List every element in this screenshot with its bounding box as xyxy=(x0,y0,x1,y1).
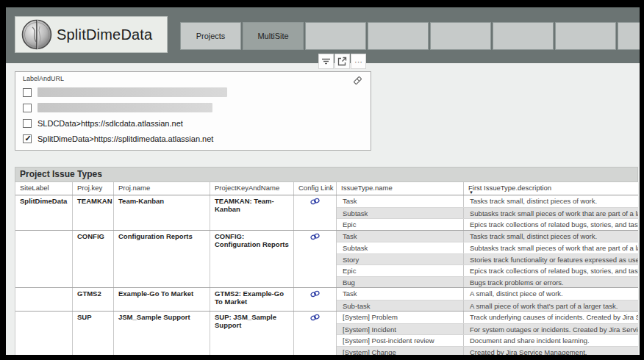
issuetype-description: Created by Jira Service Management. xyxy=(464,347,638,356)
column-header-description-label: First IssueType.description xyxy=(468,184,551,192)
checkbox-checked[interactable] xyxy=(23,134,32,143)
app-logo: SplitDimeData xyxy=(15,16,168,53)
table-row: Epic Epics track collections of related … xyxy=(337,218,638,230)
issue-rows: Task A small, distinct piece of work. Su… xyxy=(337,288,638,311)
more-options-button[interactable]: ··· xyxy=(351,54,366,69)
issuetype-description: Tasks track small, distinct pieces of wo… xyxy=(464,195,638,207)
issuetype-description: Document and share incident learning. xyxy=(464,335,638,346)
tab-empty-5[interactable] xyxy=(555,22,616,50)
nav-tabs: Projects MultiSite xyxy=(180,22,640,50)
column-header-sitelabel[interactable]: SiteLabel xyxy=(15,182,73,195)
sort-descending-icon: ▼ xyxy=(469,190,473,195)
table-header-row: SiteLabel Proj.key Proj.name ProjectKeyA… xyxy=(15,182,638,195)
issuetype-description: Tasks track small, distinct pieces of wo… xyxy=(464,231,638,242)
visual-toolbar: ··· xyxy=(318,54,366,69)
column-header-projname[interactable]: Proj.name xyxy=(114,182,210,195)
report-canvas: SplitDimeData Projects MultiSite xyxy=(6,7,640,355)
slicer-item-list: SLDCData>https://sdlcdata.atlassian.net … xyxy=(15,84,371,146)
slicer-item-sldcdata[interactable]: SLDCData>https://sdlcdata.atlassian.net xyxy=(15,115,371,131)
popout-icon xyxy=(337,57,347,66)
app-title: SplitDimeData xyxy=(57,26,152,43)
site-label-cell xyxy=(15,231,73,288)
config-link-cell xyxy=(294,312,337,355)
table-row: Task Tasks track small, distinct pieces … xyxy=(337,195,638,207)
issuetype-name: Task xyxy=(337,231,464,242)
project-group-gtms2: GTMS2 Example-Go To Market GTMS2: Exampl… xyxy=(15,287,638,311)
issuetype-name: Story xyxy=(337,254,464,265)
project-group-teamkan: SplitDimeData TEAMKAN Team-Kanban TEAMKA… xyxy=(15,195,638,230)
split-dime-coin-icon xyxy=(21,19,52,50)
config-link-icon[interactable] xyxy=(310,233,320,240)
slicer-labelandurl: LabelAndURL SLDCData>https:// xyxy=(15,71,371,151)
proj-key-cell: TEAMKAN xyxy=(73,195,114,230)
more-options-icon: ··· xyxy=(354,57,362,66)
project-group-config: CONFIG Configuration Reports CONFIG: Con… xyxy=(15,230,638,288)
issuetype-name: [System] Post-incident review xyxy=(337,335,464,346)
table-row: Story Stories track functionality or fea… xyxy=(337,253,638,265)
slicer-item-label: SplitDimeData>https://splitdimedata.atla… xyxy=(37,134,213,143)
column-header-projkey[interactable]: Proj.key xyxy=(73,182,114,195)
issuetype-description: Bugs track problems or errors. xyxy=(464,277,638,288)
column-header-description[interactable]: First IssueType.description ▼ xyxy=(464,182,638,195)
tab-empty-1[interactable] xyxy=(305,22,366,50)
tab-empty-2[interactable] xyxy=(368,22,429,50)
proj-name-cell: JSM_Sample Support xyxy=(114,312,210,355)
slicer-item-redacted-1[interactable] xyxy=(15,84,371,100)
issuetype-description: Stories track functionality or features … xyxy=(464,254,638,265)
redacted-label xyxy=(37,103,212,112)
filter-button[interactable] xyxy=(318,54,334,69)
proj-keyandname-cell: GTMS2: Example-Go To Market xyxy=(210,288,294,311)
config-link-icon[interactable] xyxy=(310,314,320,321)
issuetype-name: Epic xyxy=(337,219,464,230)
table-row: Task A small, distinct piece of work. xyxy=(337,288,638,300)
column-header-configlink[interactable]: Config Link xyxy=(294,182,337,195)
table-row: Subtask Subtasks track small pieces of w… xyxy=(337,207,638,219)
tab-empty-4[interactable] xyxy=(493,22,554,50)
issuetype-name: [System] Problem xyxy=(337,312,464,323)
table-row: Sub-task A small piece of work that's pa… xyxy=(337,300,638,312)
proj-keyandname-cell: CONFIG: Configuration Reports xyxy=(210,231,294,288)
table-row: [System] Incident For system outages or … xyxy=(337,323,638,335)
slicer-title: LabelAndURL xyxy=(23,75,64,82)
issuetype-description: Epics track collections of related bugs,… xyxy=(464,265,638,276)
tab-projects[interactable]: Projects xyxy=(180,22,241,50)
issuetype-name: Subtask xyxy=(337,242,464,253)
issuetype-description: Subtasks track small pieces of work that… xyxy=(464,242,638,253)
issuetype-description: A small, distinct piece of work. xyxy=(464,288,638,300)
table-row: [System] Post-incident review Document a… xyxy=(337,334,638,346)
proj-key-cell: CONFIG xyxy=(73,231,114,288)
issuetype-name: Task xyxy=(337,288,464,300)
issue-rows: Task Tasks track small, distinct pieces … xyxy=(337,231,638,288)
slicer-item-redacted-2[interactable] xyxy=(15,100,371,115)
proj-key-cell: SUP xyxy=(73,312,114,355)
table-row: [System] Change Created by Jira Service … xyxy=(337,346,638,356)
project-issue-types-table: SiteLabel Proj.key Proj.name ProjectKeyA… xyxy=(15,182,638,355)
issuetype-description: A small piece of work that's part of a l… xyxy=(464,300,638,312)
config-link-cell xyxy=(294,195,337,230)
issuetype-name: Sub-task xyxy=(337,300,464,312)
issuetype-description: Subtasks track small pieces of work that… xyxy=(464,208,638,219)
issuetype-description: For system outages or incidents. Created… xyxy=(464,324,638,335)
checkbox-unchecked[interactable] xyxy=(23,119,32,128)
proj-name-cell: Team-Kanban xyxy=(114,195,210,230)
tab-multisite[interactable]: MultiSite xyxy=(243,22,304,50)
issue-rows: [System] Problem Track underlying causes… xyxy=(337,312,638,355)
slicer-item-splitdimedata[interactable]: SplitDimeData>https://splitdimedata.atla… xyxy=(15,131,371,146)
tab-empty-3[interactable] xyxy=(430,22,491,50)
focus-mode-button[interactable] xyxy=(334,54,350,69)
column-header-projectkeyandname[interactable]: ProjectKeyAndName xyxy=(210,182,294,195)
column-header-issuetypename[interactable]: IssueType.name xyxy=(337,182,464,195)
table-title: Project Issue Types xyxy=(15,167,638,182)
app-window: SplitDimeData Projects MultiSite xyxy=(0,0,644,360)
config-link-cell xyxy=(294,288,337,311)
config-link-icon[interactable] xyxy=(310,198,320,205)
tab-empty-6[interactable] xyxy=(618,22,640,50)
site-label-cell xyxy=(15,312,73,355)
checkbox-unchecked[interactable] xyxy=(23,88,32,97)
config-link-icon[interactable] xyxy=(310,290,320,298)
filter-icon xyxy=(321,57,331,66)
checkbox-unchecked[interactable] xyxy=(23,104,32,112)
issuetype-description: Track underlying causes of incidents. Cr… xyxy=(464,312,638,323)
site-label-cell: SplitDimeData xyxy=(15,195,73,230)
proj-keyandname-cell: SUP: JSM_Sample Support xyxy=(210,312,294,355)
